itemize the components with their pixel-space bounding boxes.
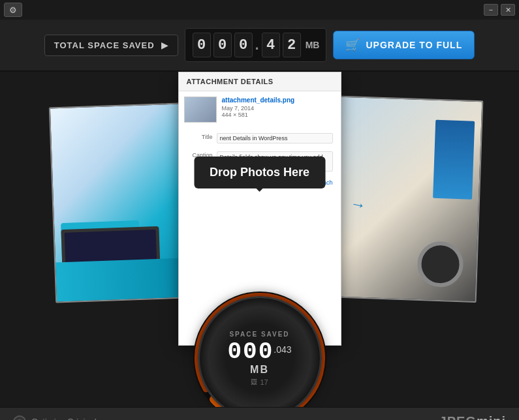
doc-info: attachment_details.png May 7, 2014 444 ×…	[222, 97, 336, 123]
space-saved-label-container: TOTAL SPACE SAVED ▶	[44, 35, 178, 56]
gauge-number: 000	[227, 340, 274, 364]
doc-date: May 7, 2014	[222, 105, 336, 112]
doc-content: attachment_details.png May 7, 2014 444 ×…	[179, 91, 341, 128]
brand-logo: JPEGmini	[439, 414, 506, 420]
optimize-originals-row: Optimize Originals	[13, 415, 101, 421]
gauge-number-row: 000 .043	[227, 340, 291, 364]
bottom-bar: Optimize Originals JPEGmini	[0, 407, 519, 420]
close-button[interactable]: ✕	[501, 4, 515, 16]
doc-field-title-row: Title nent Details in WordPress	[187, 133, 333, 143]
photo-count-icon: 🖼	[251, 378, 257, 385]
space-saved-text: TOTAL SPACE SAVED	[54, 40, 155, 50]
doc-filename: attachment_details.png	[222, 97, 336, 104]
digit-1: 0	[213, 33, 232, 57]
upgrade-button[interactable]: 🛒 UPGRADE TO FULL	[333, 31, 475, 59]
dot-separator: .	[255, 37, 259, 53]
doc-header: ATTACHMENT DETAILS	[179, 72, 341, 91]
mb-unit: MB	[306, 40, 320, 50]
minimize-icon: −	[489, 6, 493, 14]
title-label: Title	[187, 133, 213, 140]
digit-2: 0	[234, 33, 253, 57]
main-drop-area[interactable]: ↑ → ATTACHMENT DETAILS attachment_detail…	[0, 72, 519, 407]
gear-icon: ⚙	[9, 5, 17, 15]
digit-5: 2	[283, 33, 301, 57]
bg-image-right: ↑ →	[320, 95, 484, 303]
close-icon: ✕	[505, 6, 511, 14]
gauge-count-row: 🖼 17	[251, 378, 268, 386]
cart-icon: 🛒	[345, 38, 360, 52]
space-saved-gauge: SPACE SAVED 000 .043 MB 🖼 17 CHOOSE	[198, 296, 322, 407]
notebook-image	[433, 120, 475, 200]
drop-tooltip-text: Drop Photos Here	[210, 166, 309, 179]
gauge-label: SPACE SAVED	[229, 331, 289, 338]
drop-tooltip: Drop Photos Here	[194, 157, 325, 188]
digit-4: 4	[262, 33, 280, 57]
title-bar: ⚙ − ✕	[0, 0, 519, 20]
doc-thumbnail	[184, 97, 217, 123]
counter-display: 0 0 0 . 4 2 MB	[185, 28, 327, 62]
minimize-button[interactable]: −	[484, 4, 498, 16]
top-bar: TOTAL SPACE SAVED ▶ 0 0 0 . 4 2 MB 🛒 UPG…	[0, 20, 519, 72]
optimize-label: Optimize Originals	[31, 417, 101, 420]
title-value: nent Details in WordPress	[217, 133, 333, 143]
optimize-toggle[interactable]	[13, 415, 26, 421]
gauge-unit: MB	[250, 364, 269, 376]
coffee-cup-image	[417, 241, 464, 288]
gauge-decimal: .043	[274, 344, 291, 355]
brand-jpeg: JPEG	[439, 414, 477, 420]
photo-count: 17	[260, 378, 268, 386]
doc-dimensions: 444 × 581	[222, 112, 336, 118]
arrow-icon: ▶	[161, 40, 168, 50]
brand-mini: mini	[477, 414, 506, 420]
gear-button[interactable]: ⚙	[4, 3, 22, 17]
digit-0: 0	[193, 33, 211, 57]
upgrade-label: UPGRADE TO FULL	[366, 40, 462, 50]
doc-header-title: ATTACHMENT DETAILS	[187, 78, 333, 85]
